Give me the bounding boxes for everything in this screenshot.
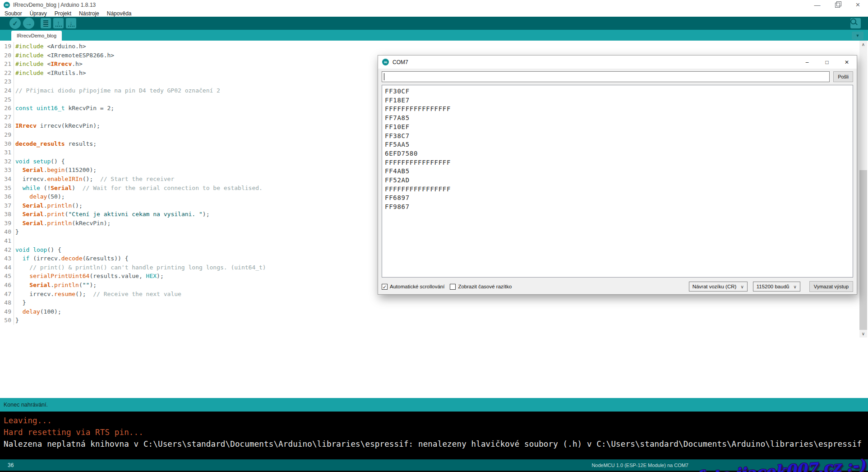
scroll-up-arrow-icon[interactable]: ∧ [859,41,867,48]
toolbar: ✓→↑↓ [0,17,868,30]
serial-output-area[interactable]: FF30CFFF18E7FFFFFFFFFFFFFFFFFF7A85FF10EF… [382,85,853,278]
code-text: } [15,227,19,236]
arrow-down-icon: ↓ [68,20,74,27]
checkbox-unchecked-icon [450,284,456,290]
serial-send-input[interactable] [382,71,830,82]
clear-output-button[interactable]: Vymazat výstup [809,281,853,292]
line-number: 50 [0,316,14,325]
serial-line: FFFFFFFFFFFFFFFF [385,158,850,167]
dotted-tray [55,26,62,27]
serial-line: FFFFFFFFFFFFFFFF [385,185,850,194]
line-number: 45 [0,272,14,281]
code-line: 50} [0,316,868,325]
line-number: 38 [0,210,14,219]
serial-minimize-button[interactable]: – [797,56,817,69]
serial-maximize-button[interactable]: □ [817,56,837,69]
line-number: 25 [0,95,14,104]
baud-rate-select[interactable]: 115200 baudů ∨ [753,282,800,292]
line-number: 22 [0,69,14,78]
serial-line: FF38C7 [385,132,850,141]
serial-line: FF52AD [385,176,850,185]
scrollbar-thumb[interactable] [859,170,867,330]
arduino-ide-window: ∞ IRrecvDemo_blog | Arduino 1.8.13 — × S… [0,0,868,472]
code-text: // print() & println() can't handle prin… [15,263,266,272]
line-number: 36 [0,192,14,201]
upload-button[interactable]: → [23,18,34,29]
menu-item-nastroje[interactable]: Nástroje [79,10,99,17]
line-ending-select[interactable]: Návrat vozíku (CR) ∨ [689,282,748,292]
status-message-bar: Konec nahrávání. [0,398,868,412]
timestamp-checkbox[interactable]: Zobrazit časové razítko [450,284,512,290]
tab-irrecvdemo-blog[interactable]: IRrecvDemo_blog [11,31,62,41]
serial-line: FF4AB5 [385,167,850,176]
code-text: #include <IRutils.h> [15,69,86,78]
serial-line: FF18E7 [385,96,850,105]
arrow-right-icon: → [25,20,32,27]
tab-list-dropdown-button[interactable]: ▼ [852,32,863,40]
serial-window-controls: – □ ✕ [797,56,857,69]
line-number: 32 [0,157,14,166]
baud-rate-value: 115200 baudů [757,284,790,289]
serial-line: FF7A85 [385,114,850,123]
console-line: Hard resetting via RTS pin... [4,426,868,438]
console-line: Nalezena neplatná knihovna v C:\Users\st… [4,438,868,450]
line-number: 37 [0,201,14,210]
close-button[interactable]: × [848,0,868,10]
code-text: const uint16_t kRecvPin = 2; [15,104,114,113]
window-controls: — × [807,0,868,10]
line-number: 49 [0,307,14,316]
code-text: Serial.print("Ctení je aktivni cekam na … [15,210,210,219]
serial-monitor-window: ∞ COM7 – □ ✕ Pošli FF30CFFF18E7FFFFFFFFF… [378,55,857,295]
chevron-down-icon: ▼ [856,34,860,38]
arrow-up-icon: ↑ [55,20,62,27]
serial-monitor-button[interactable] [850,18,861,28]
restore-button[interactable] [827,0,848,10]
minimize-button[interactable]: — [807,0,827,10]
document-icon [43,20,48,27]
serial-line: FF6897 [385,194,850,203]
open-sketch-button[interactable]: ↑ [53,18,64,28]
check-icon: ✓ [12,20,18,27]
code-text: while (!Serial) // Wait for the serial c… [15,184,263,193]
new-sketch-button[interactable] [41,18,51,28]
restore-icon [835,3,840,8]
chevron-down-icon: ∨ [793,284,796,289]
board-port-indicator: NodeMCU 1.0 (ESP-12E Module) na COM7 [591,463,688,468]
serial-line: FFFFFFFFFFFFFFFF [385,105,850,114]
menu-item-upravy[interactable]: Úpravy [30,10,47,17]
menu-item-projekt[interactable]: Projekt [55,10,71,17]
line-number: 28 [0,121,14,130]
code-text: Serial.println(kRecvPin); [15,219,111,228]
line-number: 19 [0,42,14,51]
menu-item-soubor[interactable]: Soubor [5,10,22,17]
title-bar: ∞ IRrecvDemo_blog | Arduino 1.8.13 — × [0,0,868,10]
code-text: irrecv.enableIRIn(); // Start the receiv… [15,175,174,184]
line-number: 30 [0,139,14,148]
line-number: 29 [0,130,14,139]
code-text: Serial.println(""); [15,281,97,290]
code-text: #include <IRrecv.h> [15,60,83,69]
verify-button[interactable]: ✓ [9,18,21,29]
serial-close-button[interactable]: ✕ [837,56,857,69]
line-number: 34 [0,175,14,184]
line-number: 21 [0,60,14,69]
window-title: IRrecvDemo_blog | Arduino 1.8.13 [13,2,96,8]
code-text: serialPrintUint64(results.value, HEX); [15,272,164,281]
line-ending-value: Návrat vozíku (CR) [693,284,737,289]
scroll-down-arrow-icon[interactable]: ∨ [859,330,867,338]
menu-item-napoveda[interactable]: Nápověda [107,10,132,17]
serial-send-row: Pošli [382,71,853,82]
line-number: 39 [0,219,14,228]
text-caret [384,73,384,80]
code-text: } [15,298,26,307]
send-button[interactable]: Pošli [833,71,853,82]
line-number: 46 [0,281,14,290]
line-number: 23 [0,77,14,86]
line-number: 26 [0,104,14,113]
code-text: delay(100); [15,307,61,316]
editor-scrollbar[interactable]: ∧ ∨ [859,41,867,338]
save-sketch-button[interactable]: ↓ [66,18,76,28]
code-text: } [15,316,19,325]
autoscroll-checkbox[interactable]: ✓ Automatické scrollování [382,284,444,290]
serial-window-title: COM7 [392,59,408,65]
